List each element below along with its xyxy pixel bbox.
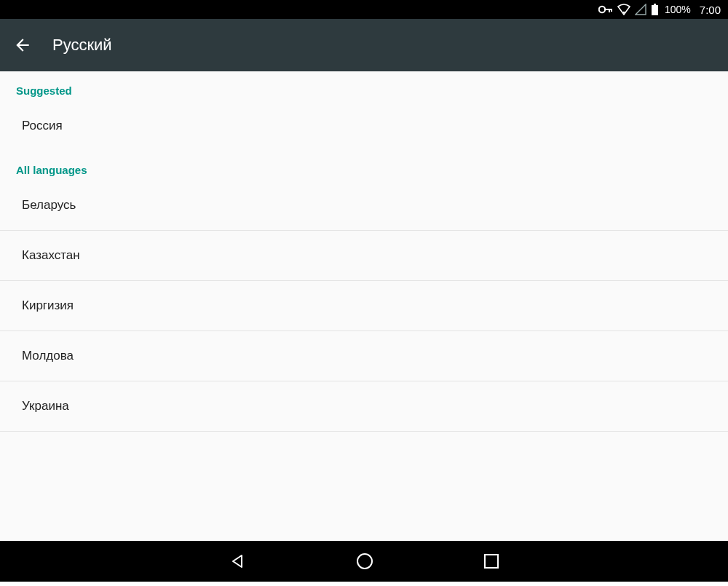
svg-rect-5 (654, 4, 656, 5)
svg-point-4 (623, 12, 625, 14)
divider (0, 431, 728, 432)
cell-signal-icon (635, 4, 646, 15)
nav-home-button[interactable] (355, 552, 374, 571)
status-bar: 100% 7:00 (0, 0, 728, 19)
app-bar: Русский (0, 19, 728, 71)
battery-icon (651, 4, 659, 16)
section-header-suggested: Suggested (0, 71, 728, 101)
nav-recent-button[interactable] (483, 553, 499, 569)
section-header-all: All languages (0, 151, 728, 181)
svg-rect-2 (609, 9, 610, 12)
arrow-back-icon (13, 36, 32, 55)
triangle-back-icon (229, 553, 246, 570)
wifi-icon (617, 4, 630, 15)
battery-percentage: 100% (665, 4, 691, 15)
svg-point-7 (357, 554, 372, 569)
circle-home-icon (355, 552, 374, 571)
svg-point-0 (599, 7, 605, 12)
svg-rect-6 (652, 5, 658, 15)
back-button[interactable] (13, 36, 32, 55)
list-item[interactable]: Украина (0, 381, 728, 431)
vpn-key-icon (598, 5, 613, 14)
page-title: Русский (52, 36, 112, 55)
nav-back-button[interactable] (229, 553, 246, 570)
list-item[interactable]: Россия (0, 101, 728, 151)
status-clock: 7:00 (700, 4, 721, 16)
list-item[interactable]: Киргизия (0, 281, 728, 330)
navigation-bar (0, 541, 728, 582)
list-item[interactable]: Казахстан (0, 231, 728, 280)
svg-rect-8 (485, 555, 498, 568)
svg-rect-3 (611, 9, 612, 12)
content-area: Suggested Россия All languages Беларусь … (0, 71, 728, 545)
list-item[interactable]: Беларусь (0, 181, 728, 230)
square-recent-icon (483, 553, 499, 569)
list-item[interactable]: Молдова (0, 331, 728, 381)
